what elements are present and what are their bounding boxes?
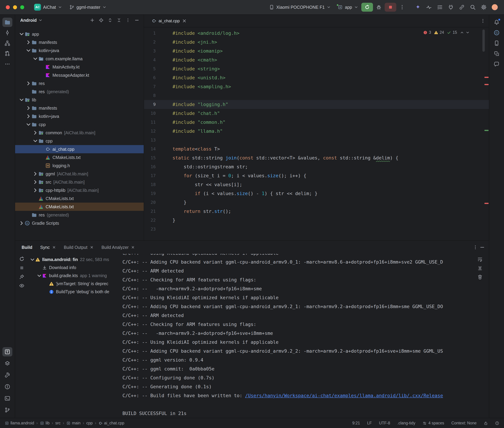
clear-all-button[interactable]: [477, 274, 483, 280]
gemini-button[interactable]: [413, 3, 423, 12]
code-line-15[interactable]: 15static std::string join(const std::vec…: [144, 153, 489, 162]
running-devices-tool-button[interactable]: [2, 347, 12, 356]
code-line-16[interactable]: 16 std::ostringstream str;: [144, 162, 489, 171]
project-row-cpp-httplib[interactable]: cpp-httplib[AiChat.lib.main]: [15, 186, 144, 194]
code-line-19[interactable]: 19 if (i < values.size() - 1) { str << d…: [144, 189, 489, 198]
version-control-tool-button[interactable]: [2, 405, 12, 415]
chevron-down-icon[interactable]: [36, 273, 42, 279]
previous-problem-button[interactable]: [460, 31, 464, 35]
chevron-right-icon[interactable]: [25, 38, 32, 46]
add-button[interactable]: [88, 16, 96, 24]
project-row-cmakelists-txt[interactable]: CMakeLists.txt: [15, 153, 144, 162]
code-line-11[interactable]: 11#include "common.h": [144, 118, 489, 127]
device-manager-tool-button[interactable]: [492, 39, 502, 48]
breadcrumb-item-src[interactable]: src: [55, 421, 60, 425]
expand-all-button[interactable]: [106, 16, 114, 24]
code-line-6[interactable]: 6#include <unistd.h>: [144, 73, 489, 82]
project-row-com-example-llama[interactable]: com.example.llama: [15, 55, 144, 63]
code-line-18[interactable]: 18 str << values[i];: [144, 180, 489, 189]
stop-sync-button[interactable]: [19, 265, 25, 271]
run-config-selector[interactable]: app: [336, 3, 360, 11]
build-tab-build-analyzer[interactable]: Build Analyzer: [102, 245, 135, 250]
file-encoding[interactable]: UTF-8: [379, 421, 390, 425]
code-line-13[interactable]: 13: [144, 136, 489, 145]
project-row-res[interactable]: res: [15, 79, 144, 88]
chevron-right-icon[interactable]: [25, 112, 32, 120]
project-row-manifests[interactable]: manifests: [15, 38, 144, 46]
project-row-app[interactable]: app: [15, 30, 144, 38]
stop-button[interactable]: [385, 3, 396, 12]
editor-tab[interactable]: ai_chat.cpp: [148, 15, 190, 27]
profiler-button[interactable]: [424, 3, 434, 12]
code-line-3[interactable]: 3#include <iomanip>: [144, 47, 489, 56]
context[interactable]: Context: None: [451, 421, 477, 425]
soft-wrap-button[interactable]: [477, 256, 483, 262]
code-editor[interactable]: 3 24 15 1#include <android/log.h>2#inclu…: [144, 27, 489, 240]
caret-position[interactable]: 9:21: [352, 421, 360, 425]
notifications-button[interactable]: [492, 18, 502, 27]
breadcrumb-item-lib[interactable]: lib: [40, 421, 50, 425]
app-quality-insights-tool-button[interactable]: [492, 59, 502, 69]
editor-options-icon[interactable]: [480, 18, 486, 24]
build-tab-sync[interactable]: Sync: [40, 245, 56, 250]
project-row-common[interactable]: common[AiChat.lib.main]: [15, 129, 144, 137]
code-line-14[interactable]: 14template<class T>: [144, 145, 489, 153]
project-row-cmakelists-txt[interactable]: CMakeLists.txt: [15, 194, 144, 203]
device-streaming-button[interactable]: [446, 3, 456, 12]
build-row-buildtype-debug-is-both-de[interactable]: BuildType 'debug' is both de: [28, 288, 121, 296]
build-tab-build-output[interactable]: Build Output: [64, 245, 94, 250]
search-everywhere-button[interactable]: [468, 3, 478, 12]
layout-inspector-tool-button[interactable]: [492, 49, 502, 58]
hide-build-panel-icon[interactable]: [480, 245, 485, 250]
build-row-jvmtarget-string-is-deprec[interactable]: 'jvmTarget: String' is deprec: [28, 280, 121, 288]
project-row-logging-h[interactable]: logging.h: [15, 162, 144, 170]
build-row-download-info[interactable]: Download info: [28, 263, 121, 272]
next-problem-button[interactable]: [466, 31, 470, 35]
console-file-link[interactable]: /Users/hanyin/Workspace/ai-chat/examples…: [245, 393, 443, 398]
project-row-mainactivity-kt[interactable]: MainActivity.kt: [15, 63, 144, 71]
settings-button[interactable]: [479, 3, 488, 12]
project-row-lib[interactable]: lib: [15, 96, 144, 104]
chevron-down-icon[interactable]: [18, 96, 25, 104]
more-actions-button[interactable]: [397, 3, 407, 12]
chevron-right-icon[interactable]: [32, 129, 38, 137]
build-tool-button[interactable]: [2, 370, 12, 380]
clang-tidy[interactable]: .clang-tidy: [397, 421, 415, 425]
code-line-7[interactable]: 7#include <sampling.h>: [144, 82, 489, 91]
error-stripe-mark[interactable]: [485, 84, 488, 85]
pin-tab-button[interactable]: [19, 274, 25, 280]
breadcrumb-item-main[interactable]: main: [66, 421, 81, 425]
options-button[interactable]: [124, 16, 132, 24]
link-button[interactable]: [457, 3, 467, 12]
locate-file-button[interactable]: [97, 16, 105, 24]
code-line-17[interactable]: 17 for (size_t i = 0; i < values.size();…: [144, 171, 489, 180]
project-row-res[interactable]: res(generated): [15, 211, 144, 219]
stripe-mark-green[interactable]: [485, 130, 488, 131]
project-row-cpp[interactable]: cpp: [15, 137, 144, 145]
window-minimize-button[interactable]: [13, 5, 17, 9]
chevron-right-icon[interactable]: [32, 186, 38, 194]
chevron-down-icon[interactable]: [38, 18, 43, 22]
collapse-all-button[interactable]: [115, 16, 123, 24]
code-line-5[interactable]: 5#include <string>: [144, 64, 489, 73]
breadcrumb-item-cpp[interactable]: cpp: [86, 421, 93, 425]
project-row-messageadapter-kt[interactable]: MessageAdapter.kt: [15, 71, 144, 79]
vcs-widget[interactable]: ggml-master: [67, 3, 109, 11]
project-row-src[interactable]: src[AiChat.lib.main]: [15, 178, 144, 186]
profile-avatar[interactable]: [490, 3, 500, 12]
rerun-sync-button[interactable]: [19, 256, 25, 262]
code-line-9[interactable]: 9#include "logging.h": [144, 100, 489, 109]
error-stripe-mark[interactable]: [485, 77, 488, 78]
hide-panel-button[interactable]: [133, 16, 141, 24]
code-line-21[interactable]: 21 return str.str();: [144, 207, 489, 216]
project-row-kotlin-java[interactable]: kotlin+java: [15, 112, 144, 120]
more-tool-windows-button[interactable]: [2, 59, 12, 69]
write-access[interactable]: [484, 421, 488, 425]
project-row-cmakelists-txt[interactable]: CMakeLists.txt: [15, 203, 144, 211]
commit-tool-button[interactable]: [2, 28, 12, 37]
build-row-llama-android-fin[interactable]: llama.android: fin22 sec, 583 ms: [28, 255, 121, 263]
window-close-button[interactable]: [6, 5, 10, 9]
project-row-manifests[interactable]: manifests: [15, 104, 144, 112]
breadcrumb-item-llama-android[interactable]: llama.android: [5, 421, 34, 425]
show-execution-button[interactable]: [19, 283, 25, 288]
